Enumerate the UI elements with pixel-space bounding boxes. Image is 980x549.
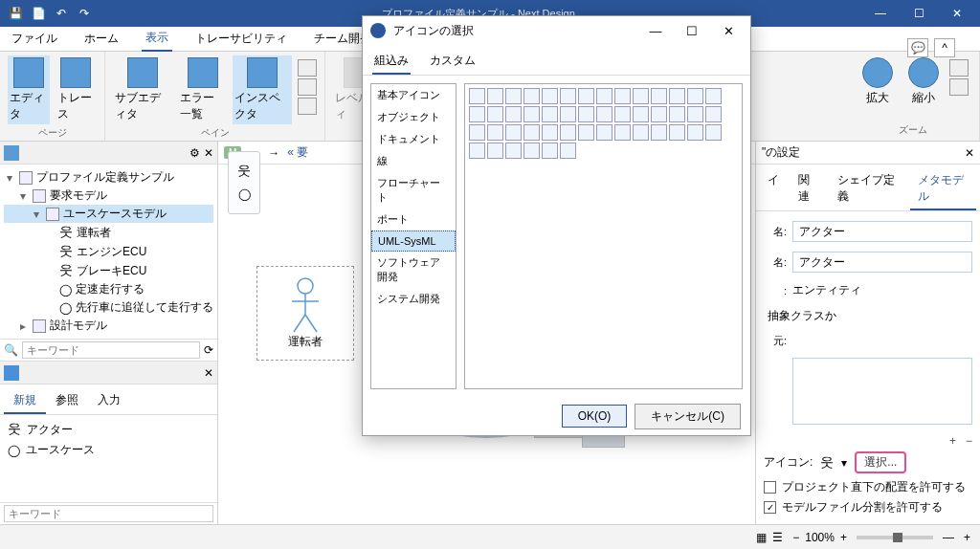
cat-uml[interactable]: UML-SysML	[371, 231, 456, 252]
icon-choice[interactable]	[505, 124, 522, 141]
tab-input[interactable]: 入力	[88, 388, 130, 414]
menu-home[interactable]: ホーム	[80, 27, 122, 51]
icon-choice[interactable]	[596, 88, 612, 104]
tree-actor-1[interactable]: 웃運転者	[4, 223, 213, 242]
icon-choice[interactable]	[560, 88, 576, 104]
actor-shape[interactable]: 運転者	[256, 266, 354, 361]
model-tree[interactable]: ▾プロファイル定義サンプル ▾要求モデル ▾ユースケースモデル 웃運転者 웃エン…	[0, 165, 217, 339]
cancel-button[interactable]: キャンセル(C)	[635, 404, 741, 429]
icon-choice[interactable]	[505, 88, 522, 104]
palette-actor-icon[interactable]: 웃	[234, 162, 254, 181]
icon-choice[interactable]	[560, 106, 576, 122]
icon-choice[interactable]	[487, 143, 503, 159]
tree-actor-3[interactable]: 웃ブレーキECU	[4, 261, 213, 280]
keyword-input-2[interactable]	[4, 505, 213, 522]
tree-uc-2[interactable]: ◯先行車に追従して走行する	[4, 298, 213, 317]
list-icon[interactable]: ☰	[772, 531, 783, 544]
dialog-maximize[interactable]: ☐	[678, 24, 706, 38]
icon-choice[interactable]	[578, 124, 594, 141]
icon-choice[interactable]	[614, 124, 631, 141]
chk-project-root[interactable]	[764, 481, 776, 494]
icon-choice[interactable]	[669, 124, 685, 141]
redo-icon[interactable]: ↷	[73, 2, 96, 25]
dialog-close[interactable]: ✕	[714, 24, 743, 38]
folder-icon[interactable]: 📄	[27, 2, 50, 25]
icon-choice[interactable]	[523, 124, 540, 141]
dialog-minimize[interactable]: —	[641, 24, 670, 38]
icon-choice[interactable]	[487, 106, 503, 122]
select-icon-button[interactable]: 選択...	[855, 451, 906, 473]
menu-trace[interactable]: トレーサビリティ	[191, 27, 291, 51]
cat-system[interactable]: システム開発	[371, 288, 456, 310]
icon-choice[interactable]	[669, 88, 685, 104]
tree-tool-icon[interactable]: ⚙	[189, 146, 200, 160]
tree-usecase-model[interactable]: ▾ユースケースモデル	[4, 205, 213, 223]
cat-basic[interactable]: 基本アイコン	[371, 84, 456, 106]
add-button[interactable]: +	[949, 434, 956, 448]
keyword-input[interactable]	[22, 341, 200, 359]
menu-view[interactable]: 表示	[142, 26, 172, 52]
ribbon-trace[interactable]: トレース	[56, 55, 98, 124]
icon-choice[interactable]	[469, 143, 485, 159]
icon-choice[interactable]	[633, 124, 649, 141]
list-usecase[interactable]: ◯ユースケース	[4, 440, 213, 460]
palette-close-icon[interactable]: ✕	[204, 366, 213, 380]
tree-close-icon[interactable]: ✕	[204, 146, 213, 160]
close-button[interactable]: ✕	[938, 0, 976, 27]
save-icon[interactable]: 💾	[4, 2, 27, 25]
ribbon-errorlist[interactable]: エラー一覧	[178, 55, 228, 124]
inspector-close-icon[interactable]: ✕	[965, 146, 974, 160]
icon-choice[interactable]	[469, 88, 485, 104]
tab-ref[interactable]: 参照	[46, 388, 88, 414]
zoom-out-status[interactable]: −	[792, 531, 799, 544]
cat-line[interactable]: 線	[371, 150, 456, 172]
modal-tab-builtin[interactable]: 組込み	[372, 49, 411, 75]
shape-palette[interactable]: 웃 ◯	[228, 151, 260, 214]
icon-choice[interactable]	[705, 88, 722, 104]
modal-tab-custom[interactable]: カスタム	[428, 49, 478, 75]
icon-choice[interactable]	[560, 124, 576, 141]
icon-choice[interactable]	[687, 106, 703, 122]
palette-ellipse-icon[interactable]: ◯	[234, 185, 254, 204]
rp-tab-shape[interactable]: シェイプ定義	[830, 168, 906, 210]
zoom-out-button[interactable]: 縮小	[903, 55, 944, 108]
tree-uc-1[interactable]: ◯定速走行する	[4, 280, 213, 298]
zoom-extra[interactable]	[949, 55, 969, 96]
icon-choice[interactable]	[523, 88, 540, 104]
maximize-button[interactable]: ☐	[900, 0, 938, 27]
zoom-in-button[interactable]: 拡大	[858, 55, 898, 108]
icon-choice[interactable]	[651, 88, 667, 104]
icon-choice[interactable]	[505, 143, 522, 159]
ribbon-editor[interactable]: エディタ	[8, 55, 50, 124]
name-field-1[interactable]	[792, 221, 972, 242]
cat-port[interactable]: ポート	[371, 209, 456, 231]
inheritance-box[interactable]	[792, 358, 972, 425]
icon-choice[interactable]	[542, 88, 558, 104]
icon-choice[interactable]	[523, 106, 540, 122]
tab-new[interactable]: 新規	[4, 388, 46, 414]
tree-root[interactable]: ▾プロファイル定義サンプル	[4, 168, 213, 187]
icon-choice[interactable]	[614, 106, 631, 122]
icon-choice[interactable]	[669, 106, 685, 122]
cat-flowchart[interactable]: フローチャート	[371, 172, 456, 209]
zoom-in-status[interactable]: +	[840, 531, 847, 544]
icon-choice[interactable]	[651, 124, 667, 141]
grid-icon[interactable]: ▦	[756, 531, 767, 544]
rp-tab-related[interactable]: 関連	[791, 168, 826, 210]
icon-choice[interactable]	[633, 106, 649, 122]
icon-choice[interactable]	[705, 106, 722, 122]
rp-tab-1[interactable]: イ	[760, 168, 787, 210]
icon-choice[interactable]	[578, 88, 594, 104]
menu-file[interactable]: ファイル	[8, 27, 61, 51]
ribbon-inspector[interactable]: インスペクタ	[233, 55, 292, 124]
rp-tab-metamodel[interactable]: メタモデル	[910, 168, 976, 210]
refresh-icon[interactable]: ⟳	[204, 343, 213, 357]
icon-choice[interactable]	[596, 106, 612, 122]
icon-choice[interactable]	[505, 106, 522, 122]
filter-icon[interactable]: 🔍	[4, 343, 18, 357]
icon-choice[interactable]	[542, 143, 558, 159]
icon-choice[interactable]	[687, 88, 703, 104]
icon-choice[interactable]	[705, 124, 722, 141]
icon-choice[interactable]	[651, 106, 667, 122]
icon-grid[interactable]	[464, 83, 743, 389]
